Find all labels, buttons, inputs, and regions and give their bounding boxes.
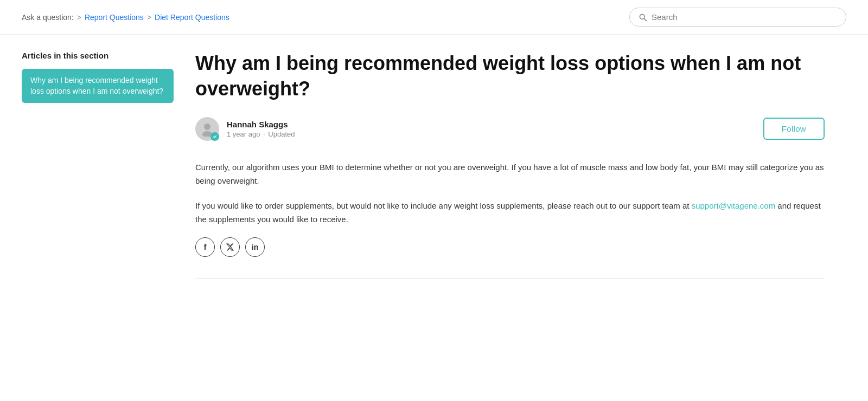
article: Why am I being recommended weight loss o… xyxy=(195,51,825,279)
twitter-icon xyxy=(226,243,234,251)
author-name: Hannah Skaggs xyxy=(227,120,295,129)
follow-button[interactable]: Follow xyxy=(763,118,825,140)
twitter-share-button[interactable] xyxy=(220,237,240,257)
dot-separator: · xyxy=(263,130,265,138)
paragraph-2-before: If you would like to order supplements, … xyxy=(195,201,692,210)
facebook-icon: f xyxy=(204,243,207,251)
social-share-row: f in xyxy=(195,237,825,257)
search-input[interactable] xyxy=(652,12,837,22)
breadcrumb: Ask a question: > Report Questions > Die… xyxy=(22,13,229,22)
search-icon xyxy=(639,13,647,22)
breadcrumb-diet-report-questions[interactable]: Diet Report Questions xyxy=(155,13,229,22)
avatar-badge xyxy=(210,132,219,141)
support-email-link[interactable]: support@vitagene.com xyxy=(692,201,775,210)
article-paragraph-1: Currently, our algorithm uses your BMI t… xyxy=(195,160,825,188)
avatar-wrap xyxy=(195,117,219,141)
article-meta-left: Hannah Skaggs 1 year ago · Updated xyxy=(195,117,295,141)
article-body: Currently, our algorithm uses your BMI t… xyxy=(195,160,825,227)
facebook-share-button[interactable]: f xyxy=(195,237,215,257)
header: Ask a question: > Report Questions > Die… xyxy=(0,0,868,35)
breadcrumb-sep-2: > xyxy=(147,13,151,22)
sidebar: Articles in this section Why am I being … xyxy=(22,51,174,279)
svg-line-1 xyxy=(644,18,646,21)
article-meta: Hannah Skaggs 1 year ago · Updated Follo… xyxy=(195,117,825,141)
verified-icon xyxy=(212,134,218,139)
svg-point-4 xyxy=(212,134,218,139)
article-paragraph-2: If you would like to order supplements, … xyxy=(195,199,825,227)
bottom-divider xyxy=(195,279,825,279)
article-title: Why am I being recommended weight loss o… xyxy=(195,51,825,102)
updated-label: Updated xyxy=(268,130,295,138)
date-text: 1 year ago xyxy=(227,130,260,138)
sidebar-item-active[interactable]: Why am I being recommended weight loss o… xyxy=(22,69,174,103)
sidebar-title: Articles in this section xyxy=(22,51,174,60)
breadcrumb-prefix: Ask a question: xyxy=(22,13,74,22)
linkedin-share-button[interactable]: in xyxy=(245,237,265,257)
main-layout: Articles in this section Why am I being … xyxy=(0,35,846,295)
author-info: Hannah Skaggs 1 year ago · Updated xyxy=(227,120,295,138)
breadcrumb-report-questions[interactable]: Report Questions xyxy=(85,13,144,22)
breadcrumb-sep-1: > xyxy=(77,13,81,22)
linkedin-icon: in xyxy=(252,243,258,251)
article-date: 1 year ago · Updated xyxy=(227,130,295,138)
svg-point-2 xyxy=(204,124,210,130)
search-box xyxy=(629,8,846,27)
